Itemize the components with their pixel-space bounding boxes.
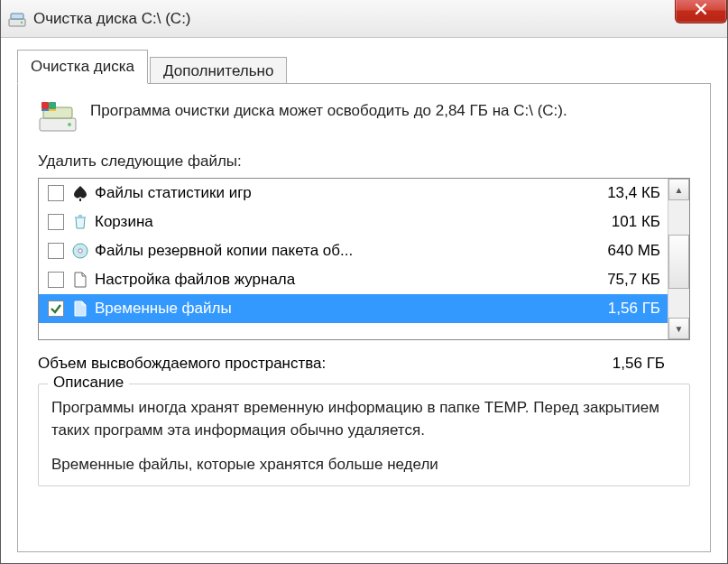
file-item-size: 13,4 КБ (588, 184, 660, 202)
scroll-track[interactable] (668, 200, 689, 318)
list-item[interactable]: Настройка файлов журнала75,7 КБ (39, 265, 668, 294)
page-icon (71, 271, 89, 289)
file-item-label: Корзина (95, 213, 581, 231)
tab-more-options[interactable]: Дополнительно (150, 57, 287, 86)
window-title: Очистка диска C:\ (C:) (33, 10, 191, 28)
file-item-size: 1,56 ГБ (588, 300, 660, 318)
page-icon (71, 300, 89, 318)
list-item[interactable]: Файлы статистики игр13,4 КБ (39, 179, 668, 208)
file-item-label: Файлы резервной копии пакета об... (95, 242, 581, 260)
total-value: 1,56 ГБ (613, 355, 665, 373)
files-to-delete-label: Удалить следующие файлы: (38, 153, 690, 171)
list-item[interactable]: Корзина101 КБ (39, 208, 668, 236)
checkbox[interactable] (48, 243, 64, 259)
svg-rect-9 (49, 109, 56, 111)
description-title: Описание (48, 374, 129, 392)
dialog-window: Очистка диска C:\ (C:) Очистка диска Доп… (0, 0, 728, 564)
close-button[interactable] (675, 0, 727, 23)
file-item-label: Файлы статистики игр (95, 184, 581, 202)
file-item-label: Временные файлы (95, 300, 581, 318)
drive-icon (38, 100, 78, 136)
total-row: Объем высвобождаемого пространства: 1,56… (38, 355, 690, 373)
titlebar[interactable]: Очистка диска C:\ (C:) (1, 0, 727, 38)
disk-cleanup-icon (8, 10, 26, 28)
svg-point-2 (21, 21, 23, 23)
file-item-size: 101 КБ (588, 213, 660, 231)
spade-icon (71, 184, 89, 202)
tab-cleanup[interactable]: Очистка диска (17, 50, 148, 84)
svg-rect-8 (41, 109, 49, 111)
checkbox[interactable] (48, 214, 64, 230)
file-item-size: 75,7 КБ (588, 271, 660, 289)
file-list: Файлы статистики игр13,4 КБКорзина101 КБ… (38, 178, 690, 340)
checkbox[interactable] (48, 272, 64, 288)
total-label: Объем высвобождаемого пространства: (38, 355, 326, 373)
scroll-down-button[interactable]: ▼ (668, 318, 689, 339)
intro-text: Программа очистки диска может освободить… (90, 100, 567, 122)
description-body-1: Программы иногда хранят временную информ… (51, 397, 677, 441)
disc-icon (71, 242, 89, 260)
description-body-2: Временные файлы, которые хранятся больше… (51, 454, 677, 476)
scrollbar[interactable]: ▲ ▼ (668, 179, 689, 339)
checkbox[interactable] (48, 185, 64, 201)
intro-row: Программа очистки диска может освободить… (38, 100, 690, 136)
svg-rect-6 (41, 102, 49, 109)
tab-panel-cleanup: Программа очистки диска может освободить… (17, 83, 711, 552)
file-item-size: 640 МБ (588, 242, 660, 260)
tab-strip: Очистка диска Дополнительно (17, 51, 711, 83)
list-item[interactable]: Временные файлы1,56 ГБ (39, 294, 668, 323)
file-item-label: Настройка файлов журнала (95, 271, 581, 289)
svg-rect-0 (9, 19, 25, 26)
close-icon (695, 2, 707, 20)
client-area: Очистка диска Дополнительно Программ (1, 38, 727, 552)
bin-icon (71, 213, 89, 231)
svg-rect-7 (49, 102, 56, 109)
scroll-up-button[interactable]: ▲ (668, 179, 689, 200)
svg-rect-1 (11, 14, 23, 19)
description-group: Описание Программы иногда хранят временн… (38, 384, 690, 486)
svg-point-11 (78, 249, 82, 253)
list-item[interactable]: Файлы резервной копии пакета об...640 МБ (39, 236, 668, 265)
scroll-thumb[interactable] (668, 235, 689, 289)
svg-point-5 (68, 123, 71, 126)
checkbox[interactable] (48, 300, 64, 317)
